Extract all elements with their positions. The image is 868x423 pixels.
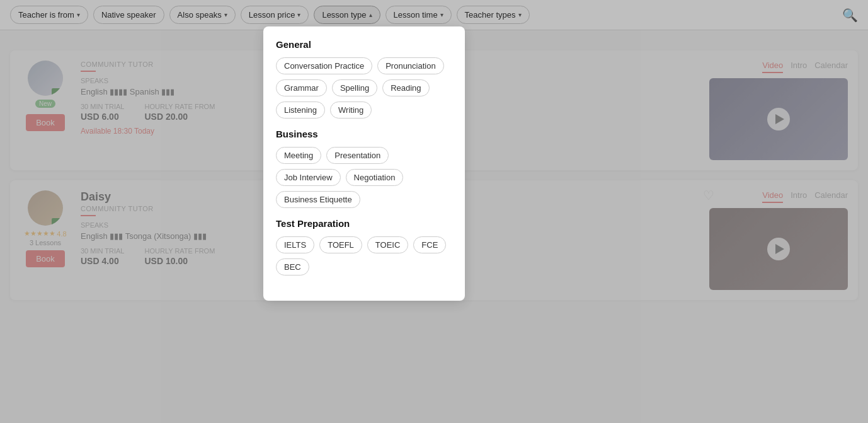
tag-negotiation[interactable]: Negotiation bbox=[346, 169, 404, 186]
tag-writing[interactable]: Writing bbox=[330, 101, 372, 119]
tag-pronunciation[interactable]: Pronunciation bbox=[377, 57, 444, 74]
tag-listening[interactable]: Listening bbox=[276, 101, 325, 119]
general-tags: Conversation Practice Pronunciation Gram… bbox=[276, 57, 452, 119]
test-prep-section-title: Test Preparation bbox=[276, 218, 452, 229]
tag-ielts[interactable]: IELTS bbox=[276, 236, 314, 253]
business-section-title: Business bbox=[276, 129, 452, 139]
test-prep-section: Test Preparation IELTS TOEFL TOEIC FCE B… bbox=[276, 218, 452, 275]
tag-meeting[interactable]: Meeting bbox=[276, 147, 321, 164]
tag-grammar[interactable]: Grammar bbox=[276, 79, 327, 96]
general-section: General Conversation Practice Pronunciat… bbox=[276, 39, 452, 119]
tag-presentation[interactable]: Presentation bbox=[326, 147, 389, 164]
lesson-type-dropdown: General Conversation Practice Pronunciat… bbox=[263, 26, 465, 301]
tag-toefl[interactable]: TOEFL bbox=[319, 236, 362, 253]
general-section-title: General bbox=[276, 39, 452, 50]
tag-business-etiquette[interactable]: Business Etiquette bbox=[276, 191, 360, 208]
test-prep-tags: IELTS TOEFL TOEIC FCE BEC bbox=[276, 236, 452, 275]
tag-conversation-practice[interactable]: Conversation Practice bbox=[276, 57, 372, 74]
tag-toeic[interactable]: TOEIC bbox=[367, 236, 409, 253]
tag-fce[interactable]: FCE bbox=[413, 236, 446, 253]
tag-reading[interactable]: Reading bbox=[382, 79, 429, 96]
business-tags: Meeting Presentation Job Interview Negot… bbox=[276, 147, 452, 208]
tag-job-interview[interactable]: Job Interview bbox=[276, 169, 341, 186]
tag-bec[interactable]: BEC bbox=[276, 258, 309, 275]
business-section: Business Meeting Presentation Job Interv… bbox=[276, 129, 452, 208]
tag-spelling[interactable]: Spelling bbox=[332, 79, 377, 96]
